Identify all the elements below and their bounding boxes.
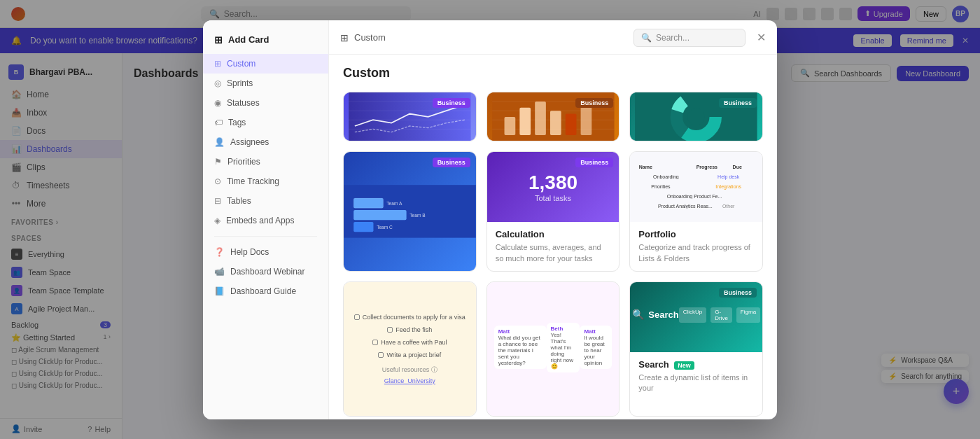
search-preview-pills: ClickUp G-Drive Figma [679, 307, 760, 323]
portfolio-desc: Categorize and track progress of Lists &… [638, 242, 754, 264]
line-chart-badge: Business [433, 98, 470, 108]
modal-nav-tags[interactable]: 🏷 Tags [203, 113, 328, 132]
modal-search-input[interactable]: 🔍 Search... [634, 29, 746, 47]
modal-nav-dashboard-guide[interactable]: 📘 Dashboard Guide [203, 281, 328, 301]
cards-grid: Business Line Chart Custom line chart wi… [343, 92, 763, 417]
svg-rect-15 [580, 104, 592, 135]
modal-nav-sprints[interactable]: ◎ Sprints [203, 74, 328, 93]
breadcrumb-icon: ⊞ [340, 32, 349, 43]
calculation-preview: 1,380 Total tasks Business [487, 152, 620, 222]
help-docs-icon: ❓ [214, 247, 225, 257]
add-card-header-icon: ⊞ [214, 34, 223, 46]
modal-nav-priorities[interactable]: ⚑ Priorities [203, 152, 328, 172]
modal-nav-assignees[interactable]: 👤 Assignees [203, 132, 328, 152]
text-preview-link: Glance_University [384, 377, 435, 384]
search-card-desc: Create a dynamic list of items in your [638, 372, 754, 394]
card-line-chart[interactable]: Business Line Chart Custom line chart wi… [343, 92, 477, 142]
search-card-title: Search New [638, 359, 754, 370]
text-preview-resources: Useful resources ⓘ [382, 365, 438, 375]
card-pie-chart[interactable]: Business Pie Chart Custom pie or donut c… [629, 92, 763, 142]
portfolio-row-1: Onboarding Help desk [653, 173, 739, 181]
modal-close-button[interactable]: ✕ [757, 31, 766, 44]
custom-icon: ⊞ [214, 59, 221, 69]
svg-text:Team C: Team C [377, 225, 393, 230]
text-block-preview: Collect documents to apply for a visa Fe… [344, 282, 476, 416]
svg-text:Team B: Team B [410, 214, 426, 218]
text-preview-line4: Write a project brief [378, 351, 441, 358]
card-bar-chart[interactable]: Business Bar Chart Custom bar chart with… [486, 92, 620, 142]
modal-nav-help-docs[interactable]: ❓ Help Docs [203, 242, 328, 262]
pie-chart-info: Pie Chart Custom pie or donut chart with… [630, 141, 762, 141]
modal-section-title: Custom [343, 66, 763, 81]
webinar-icon: 📹 [214, 267, 225, 277]
portfolio-header: Name Progress Due [639, 165, 754, 169]
portfolio-row-2: Priorities Integrations [651, 183, 741, 190]
calculation-desc: Calculate sums, averages, and so much mo… [496, 242, 611, 264]
svg-rect-14 [565, 113, 576, 135]
search-badge: Business [719, 288, 757, 298]
card-text-block[interactable]: Collect documents to apply for a visa Fe… [343, 281, 477, 417]
add-card-modal: ⊞ Add Card ⊞ Custom ◎ Sprints ◉ Statuses… [203, 20, 777, 419]
pie-chart-badge: Business [719, 98, 757, 108]
search-preview: 🔍 Search ClickUp G-Drive Figma Business [630, 282, 762, 352]
search-icon: 🔍 [641, 33, 652, 43]
modal-sidebar-header: ⊞ Add Card [203, 29, 328, 54]
breadcrumb-text: Custom [354, 32, 386, 43]
pie-chart-preview: Business [630, 92, 762, 141]
card-search[interactable]: 🔍 Search ClickUp G-Drive Figma Business [629, 281, 763, 417]
card-discussion[interactable]: Matt What did you get a chance to see th… [486, 281, 620, 417]
modal-nav-embeds[interactable]: ◈ Embeds and Apps [203, 211, 328, 230]
sprints-icon: ◎ [214, 78, 221, 88]
disc-bubble-2: Beth Yes! That's what I'm doing right no… [547, 323, 580, 372]
tags-icon: 🏷 [214, 118, 223, 127]
modal-nav-custom[interactable]: ⊞ Custom [203, 54, 328, 74]
text-preview-line2: Feed the fish [387, 326, 432, 333]
search-card-info: Search New Create a dynamic list of item… [630, 352, 762, 401]
modal-body: Custom [329, 55, 777, 419]
portfolio-row-3: Onboarding Product Fe... [667, 193, 726, 200]
line-chart-preview: Business [344, 92, 476, 141]
svg-rect-10 [504, 116, 515, 134]
text-preview-line1: Collect documents to apply for a visa [354, 314, 465, 321]
modal-nav-tables[interactable]: ⊟ Tables [203, 191, 328, 211]
embeds-icon: ◈ [214, 216, 220, 225]
svg-rect-12 [535, 102, 546, 135]
modal-breadcrumb: ⊞ Custom [340, 32, 386, 43]
calculation-info: Calculation Calculate sums, averages, an… [487, 222, 620, 271]
modal-main-content: ⊞ Custom 🔍 Search... ✕ Custom [329, 20, 777, 419]
svg-rect-13 [550, 111, 561, 135]
bar-chart-preview: Business [487, 92, 620, 141]
card-portfolio[interactable]: Name Progress Due Onboarding Help desk [629, 151, 763, 272]
bar-chart-badge: Business [575, 98, 613, 108]
svg-rect-22 [354, 198, 383, 208]
line-chart-info: Line Chart Custom line chart with any da… [344, 141, 476, 141]
modal-nav-statuses[interactable]: ◉ Statuses [203, 93, 328, 113]
svg-rect-11 [519, 107, 531, 134]
calculation-badge: Business [575, 158, 613, 167]
statuses-icon: ◉ [214, 98, 221, 108]
priorities-icon: ⚑ [214, 157, 222, 167]
svg-text:Team A: Team A [386, 202, 402, 207]
modal-sidebar: ⊞ Add Card ⊞ Custom ◎ Sprints ◉ Statuses… [203, 20, 329, 419]
battery-chart-preview: Team A Team B Team C Business [344, 152, 476, 271]
svg-point-20 [687, 108, 704, 125]
card-battery-chart[interactable]: Team A Team B Team C Business Battery Ch… [343, 151, 477, 272]
calc-label: Total tasks [535, 194, 571, 202]
calculation-title: Calculation [496, 229, 611, 239]
modal-nav-dashboard-webinar[interactable]: 📹 Dashboard Webinar [203, 262, 328, 281]
calc-number: 1,380 [528, 172, 578, 194]
battery-chart-badge: Business [433, 158, 470, 167]
guide-icon: 📘 [214, 286, 225, 296]
text-block-info: Text Block Add rich text, images, and ev… [344, 416, 476, 417]
svg-rect-23 [354, 210, 406, 220]
modal-nav-time-tracking[interactable]: ⊙ Time Tracking [203, 172, 328, 191]
portfolio-row-4: Product Analytics Reas... Other [658, 202, 735, 210]
disc-bubble-3: Matt It would be great to hear your opin… [580, 326, 612, 369]
disc-bubble-1: Matt What did you get a chance to see th… [494, 326, 547, 369]
bar-chart-info: Bar Chart Custom bar chart with any data [487, 141, 620, 141]
card-calculation[interactable]: 1,380 Total tasks Business Calculation C… [486, 151, 620, 272]
modal-header-right: 🔍 Search... ✕ [634, 29, 766, 47]
assignees-icon: 👤 [214, 137, 225, 147]
modal-content-header: ⊞ Custom 🔍 Search... ✕ [329, 20, 777, 55]
time-tracking-icon: ⊙ [214, 176, 221, 186]
